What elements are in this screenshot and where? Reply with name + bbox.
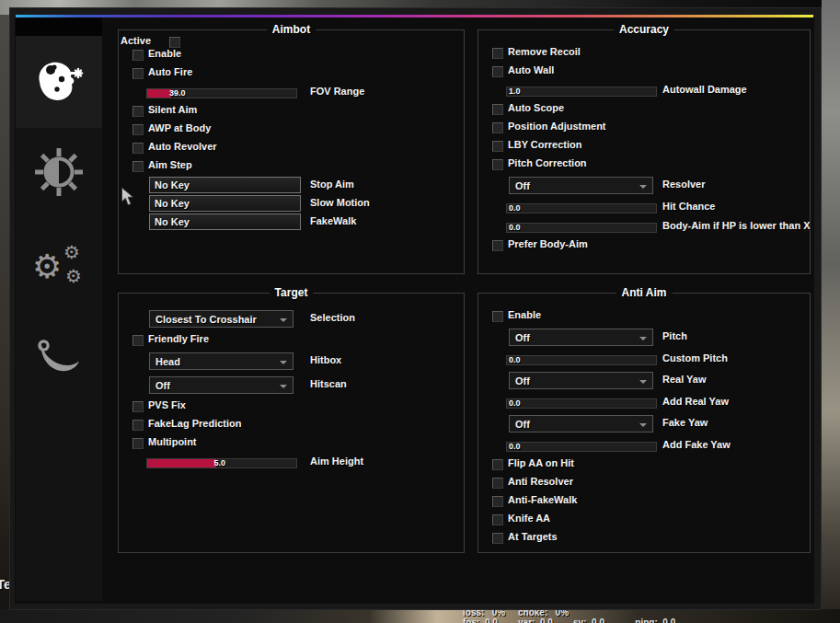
slider-value: 39.0 xyxy=(169,88,186,98)
checkbox[interactable] xyxy=(492,66,503,77)
checkbox-label: Friendly Fire xyxy=(148,333,209,344)
rainbow-accent-bar xyxy=(16,15,813,17)
knife-icon xyxy=(34,339,84,377)
slider-value: 0.0 xyxy=(509,223,521,232)
checkbox[interactable] xyxy=(492,514,503,525)
slider-row: 0.0Add Fake Yaw xyxy=(478,436,810,456)
dropdown[interactable]: Closest To Crosshair xyxy=(149,310,293,328)
chevron-down-icon xyxy=(280,361,287,364)
checkbox-row: AWP at Body xyxy=(119,121,464,139)
checkbox[interactable] xyxy=(492,48,503,59)
slider-row: 39.0FOV Range xyxy=(119,83,464,102)
checkbox[interactable] xyxy=(132,124,144,135)
checkbox[interactable] xyxy=(132,420,144,431)
dropdown[interactable]: Off xyxy=(149,376,293,394)
dropdown-label: Resolver xyxy=(662,179,705,190)
checkbox-label: Flip AA on Hit xyxy=(508,457,574,468)
slider-value: 0.0 xyxy=(509,398,521,408)
checkbox-row: Multipoint xyxy=(119,434,464,453)
checkbox-label: Auto Revolver xyxy=(148,141,217,152)
tab-misc[interactable]: ⚙ ⚙ ⚙ xyxy=(16,220,102,312)
tab-skins[interactable] xyxy=(16,312,102,404)
dropdown-row: HeadHitbox xyxy=(119,350,464,374)
checkbox[interactable] xyxy=(492,240,503,251)
slider-label: Custom Pitch xyxy=(662,352,728,363)
dropdown-value: Off xyxy=(510,419,530,430)
dropdown[interactable]: Head xyxy=(149,352,293,370)
checkbox[interactable] xyxy=(492,311,503,322)
dropdown[interactable]: Off xyxy=(509,415,653,433)
slider-row: 0.0Add Real Yaw xyxy=(478,393,810,412)
dropdown-label: Fake Yaw xyxy=(662,417,708,428)
checkbox[interactable] xyxy=(132,401,144,412)
checkbox-row: FakeLag Prediction xyxy=(119,416,464,434)
slider[interactable]: 5.0 xyxy=(146,458,297,468)
checkbox[interactable] xyxy=(492,122,503,133)
checkbox[interactable] xyxy=(132,161,144,172)
checkbox-label: Auto Wall xyxy=(508,64,554,75)
checkbox[interactable] xyxy=(492,533,503,544)
dropdown-value: Off xyxy=(510,180,530,191)
checkbox[interactable] xyxy=(132,143,144,154)
keybind-row: No KeyStop Aim xyxy=(119,176,464,194)
checkbox-row: Knife AA xyxy=(478,511,810,529)
checkbox-row: Remove Recoil xyxy=(478,44,810,63)
groupbox-aimbot: Aimbot Active EnableAuto Fire39.0FOV Ran… xyxy=(118,29,465,274)
keybind-field[interactable]: No Key xyxy=(149,195,301,212)
slider-label: Autowall Damage xyxy=(662,84,747,95)
dropdown-label: Selection xyxy=(310,312,355,323)
slider-label: FOV Range xyxy=(310,86,364,97)
checkbox[interactable] xyxy=(492,496,503,507)
tab-aimbot[interactable] xyxy=(16,36,102,128)
groupbox-title: Accuracy xyxy=(614,23,674,36)
dropdown-label: Hitbox xyxy=(310,354,341,365)
dropdown[interactable]: Off xyxy=(509,372,653,389)
slider[interactable]: 0.0 xyxy=(506,398,657,409)
checkbox-label: LBY Correction xyxy=(508,139,581,150)
checkbox-label: Anti Resolver xyxy=(508,476,573,487)
dropdown-row: OffPitch xyxy=(478,326,810,350)
dropdown-row: OffFake Yaw xyxy=(478,412,810,436)
visibility-icon xyxy=(34,147,84,201)
slider[interactable]: 0.0 xyxy=(506,442,657,452)
keybind-field[interactable]: No Key xyxy=(149,213,301,230)
checkbox-label: FakeLag Prediction xyxy=(148,418,241,429)
tab-visuals[interactable] xyxy=(16,128,102,220)
checkbox[interactable] xyxy=(492,459,503,470)
keybind-label: Slow Motion xyxy=(310,197,370,208)
checkbox-label: Anti-FakeWalk xyxy=(508,494,577,505)
checkbox-row: PVS Fix xyxy=(119,398,464,416)
checkbox-label: Pitch Correction xyxy=(508,157,587,168)
checkbox[interactable] xyxy=(132,50,144,61)
checkbox[interactable] xyxy=(132,335,144,346)
checkbox[interactable] xyxy=(132,68,144,79)
cheat-menu-window: ⚙ ⚙ ⚙ Aimbot Active EnableAuto Fire39.0F… xyxy=(9,7,822,610)
chevron-down-icon xyxy=(639,423,647,427)
checkbox[interactable] xyxy=(492,141,503,152)
checkbox[interactable] xyxy=(132,106,144,117)
slider[interactable]: 1.0 xyxy=(506,87,657,97)
checkbox-row: Prefer Body-Aim xyxy=(478,237,810,255)
keybind-label: FakeWalk xyxy=(310,215,356,226)
keybind-field[interactable]: No Key xyxy=(149,177,301,193)
checkbox[interactable] xyxy=(492,159,503,170)
checkbox[interactable] xyxy=(492,104,503,115)
target-controls: Closest To CrosshairSelectionFriendly Fi… xyxy=(119,307,464,472)
keybind-value: No Key xyxy=(150,198,190,209)
dropdown[interactable]: Off xyxy=(509,177,653,194)
dropdown[interactable]: Off xyxy=(509,329,653,346)
dropdown-value: Off xyxy=(150,380,170,391)
checkbox[interactable] xyxy=(492,478,503,489)
slider-value: 0.0 xyxy=(509,355,521,364)
slider[interactable]: 39.0 xyxy=(146,88,297,98)
dropdown-label: Real Yaw xyxy=(662,374,707,385)
slider-label: Hit Chance xyxy=(662,201,715,212)
checkbox-row: LBY Correction xyxy=(478,137,810,156)
slider[interactable]: 0.0 xyxy=(506,203,657,213)
slider[interactable]: 0.0 xyxy=(506,355,657,365)
slider[interactable]: 0.0 xyxy=(506,223,657,233)
game-background-left xyxy=(0,15,9,623)
checkbox[interactable] xyxy=(132,438,144,449)
checkbox-label: At Targets xyxy=(508,531,558,542)
checkbox-row: Enable xyxy=(478,307,810,326)
